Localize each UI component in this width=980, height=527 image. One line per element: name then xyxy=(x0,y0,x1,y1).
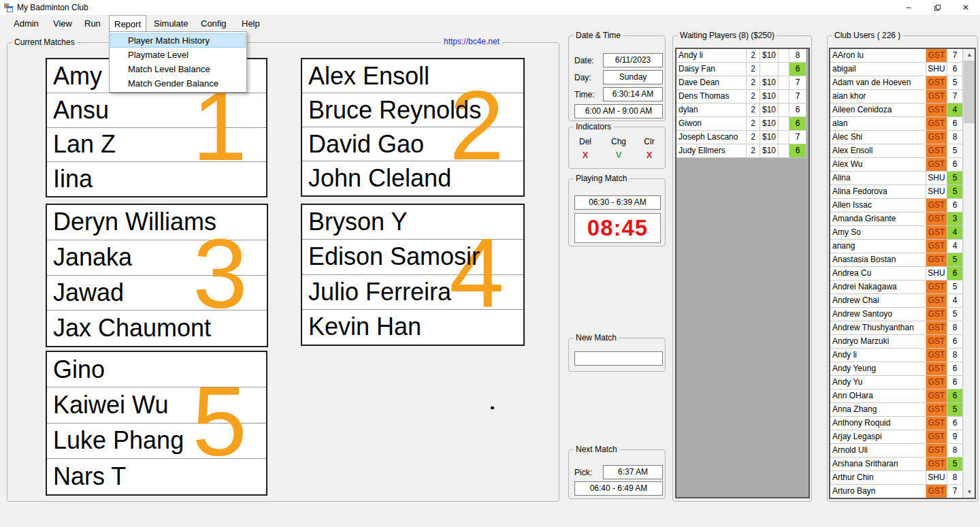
club-user-name: Arthur Chin xyxy=(830,471,926,485)
menu-view[interactable]: View xyxy=(48,15,77,32)
menu-item-playmate-level[interactable]: Playmate Level xyxy=(110,48,246,62)
club-user-row[interactable]: Arjay LegaspiGST9 xyxy=(830,430,975,444)
scrollbar-thumb[interactable] xyxy=(964,61,975,123)
club-user-row[interactable]: Andrea CuSHU6 xyxy=(830,267,975,281)
menu-simulate[interactable]: Simulate xyxy=(149,15,193,32)
indicator-del-mark[interactable]: X xyxy=(570,150,600,160)
waiting-row[interactable]: Dens Thomas2$107 xyxy=(676,90,808,103)
club-user-row[interactable]: Ann OHaraGST6 xyxy=(830,389,975,403)
club-user-row[interactable]: Arnold UliGST8 xyxy=(830,444,975,458)
time-label: Time: xyxy=(574,90,595,99)
club-user-row[interactable]: Alex EnsollGST5 xyxy=(830,144,975,158)
club-user-score: 8 xyxy=(947,444,963,458)
club-user-row[interactable]: Arthur ChinSHU8 xyxy=(830,471,975,485)
website-link[interactable]: https://bc4e.net xyxy=(441,37,502,46)
club-user-name: Alex Wu xyxy=(830,158,926,172)
club-user-row[interactable]: abigailSHU6 xyxy=(830,63,975,76)
club-user-row[interactable]: Andy YeungGST6 xyxy=(830,362,975,376)
indicator-chg-mark[interactable]: V xyxy=(604,150,634,160)
club-user-badge: GST xyxy=(926,308,947,321)
date-field[interactable]: 6/11/2023 xyxy=(603,53,663,67)
club-user-row[interactable]: Amy SoGST4 xyxy=(830,226,975,240)
menu-item-match-level-balance[interactable]: Match Level Balance xyxy=(110,62,246,76)
new-match-input[interactable] xyxy=(574,351,663,366)
club-user-row[interactable]: Adam van de HoevenGST5 xyxy=(830,76,975,90)
menu-run[interactable]: Run xyxy=(80,15,105,32)
indicator-clr-mark[interactable]: X xyxy=(634,150,664,160)
day-field[interactable]: Sunday xyxy=(603,70,663,84)
time-field[interactable]: 6:30:14 AM xyxy=(603,87,663,101)
minimize-button[interactable]: – xyxy=(894,0,923,15)
club-user-row[interactable]: Andryo MarzukiGST6 xyxy=(830,335,975,349)
club-user-row[interactable]: Andrew ThushyanthanGST8 xyxy=(830,321,975,335)
scroll-up-icon[interactable]: ▲ xyxy=(964,49,975,61)
waiting-row[interactable]: dylan2$106 xyxy=(676,103,808,117)
next-match-range[interactable]: 06:40 - 6:49 AM xyxy=(574,481,663,496)
club-user-score: 6 xyxy=(947,362,963,376)
court-number: 4 xyxy=(449,223,504,322)
club-user-row[interactable]: Anthony RoquidGST6 xyxy=(830,417,975,430)
player-name: Jawad xyxy=(53,278,124,307)
club-user-badge: GST xyxy=(926,117,947,131)
club-user-badge: GST xyxy=(926,240,947,253)
club-user-row[interactable]: Amanda GrisanteGST3 xyxy=(830,212,975,226)
club-user-row[interactable]: Andrei NakagawaGST5 xyxy=(830,281,975,294)
club-user-name: Andrew Santoyo xyxy=(830,308,926,321)
club-user-score: 4 xyxy=(947,294,963,308)
waiting-row[interactable]: Joseph Lascano2$107 xyxy=(676,131,808,144)
waiting-row[interactable]: Judy Ellmers2$106 xyxy=(676,144,808,158)
waiting-row[interactable]: Daisy Fan26 xyxy=(676,63,808,76)
next-match-group: Next Match Pick: 6:37 AM 06:40 - 6:49 AM xyxy=(568,449,666,499)
date-time-label: Date & Time xyxy=(574,31,623,40)
club-user-name: Amanda Grisante xyxy=(830,212,926,226)
waiting-cell-qty: 2 xyxy=(747,63,760,76)
club-user-row[interactable]: Arshana SritharanGST5 xyxy=(830,458,975,471)
club-user-row[interactable]: Andrew ChaiGST4 xyxy=(830,294,975,308)
club-user-row[interactable]: Andy YuGST6 xyxy=(830,376,975,389)
menu-item-match-gender-balance[interactable]: Match Gender Balance xyxy=(110,76,246,91)
club-user-row[interactable]: Andy liGST8 xyxy=(830,349,975,362)
club-user-score: 8 xyxy=(947,131,963,144)
menu-report[interactable]: Report xyxy=(109,15,146,32)
club-user-row[interactable]: AlinaSHU5 xyxy=(830,172,975,185)
menu-admin[interactable]: Admin xyxy=(9,15,44,32)
titlebar: My Badminton Club – ✕ xyxy=(0,0,980,15)
club-user-score: 3 xyxy=(947,212,963,226)
club-user-row[interactable]: Alina FedorovaSHU5 xyxy=(830,185,975,199)
club-user-score: 8 xyxy=(947,471,963,485)
menu-item-player-match-history[interactable]: Player Match History xyxy=(110,33,246,48)
club-user-row[interactable]: anangGST4 xyxy=(830,240,975,253)
menu-config[interactable]: Config xyxy=(196,15,231,32)
club-user-score: 6 xyxy=(947,335,963,349)
club-user-row[interactable]: Anna ZhangGST5 xyxy=(830,403,975,417)
club-user-score: 6 xyxy=(947,417,963,430)
waiting-row[interactable]: Dave Dean2$107 xyxy=(676,76,808,90)
club-user-score: 4 xyxy=(947,226,963,240)
playing-match-range[interactable]: 06:30 - 6:39 AM xyxy=(574,195,661,210)
indicator-chg: Chg V xyxy=(604,137,634,160)
club-user-row[interactable]: Allen IssacGST6 xyxy=(830,199,975,212)
club-user-row[interactable]: Alex WuGST6 xyxy=(830,158,975,172)
scroll-down-icon[interactable]: ▼ xyxy=(964,486,975,498)
pick-time-field[interactable]: 6:37 AM xyxy=(603,465,663,479)
waiting-row[interactable]: Giwon2$106 xyxy=(676,117,808,131)
restore-button[interactable] xyxy=(923,0,951,15)
close-button[interactable]: ✕ xyxy=(951,0,980,15)
club-user-row[interactable]: Arturo BaynGST7 xyxy=(830,485,975,498)
club-user-score: 4 xyxy=(947,103,963,117)
waiting-cell-blank xyxy=(779,131,789,144)
club-user-row[interactable]: aian khorGST7 xyxy=(830,90,975,103)
club-user-row[interactable]: Anastasia BostanGST5 xyxy=(830,253,975,267)
club-user-score: 6 xyxy=(947,63,963,76)
session-field[interactable]: 6:00 AM - 9:00 AM xyxy=(574,104,663,118)
waiting-row[interactable]: Andy li2$108 xyxy=(676,49,808,63)
club-user-row[interactable]: Aileen CenidozaGST4 xyxy=(830,103,975,117)
club-user-row[interactable]: Andrew SantoyoGST5 xyxy=(830,308,975,321)
club-user-row[interactable]: Alec ShiGST8 xyxy=(830,131,975,144)
club-user-badge: GST xyxy=(926,199,947,212)
club-user-row[interactable]: AAron luGST7 xyxy=(830,49,975,63)
club-users-scrollbar[interactable]: ▲ ▼ xyxy=(963,49,975,498)
menu-help[interactable]: Help xyxy=(237,15,265,32)
club-user-row[interactable]: alanGST6 xyxy=(830,117,975,131)
club-user-name: AAron lu xyxy=(830,49,926,63)
